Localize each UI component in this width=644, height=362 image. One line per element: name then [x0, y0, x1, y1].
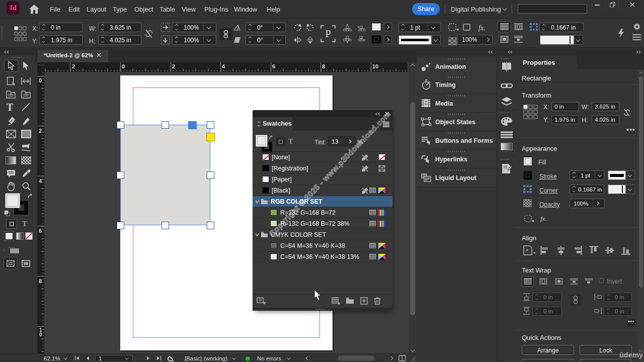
- svg-text:P: P: [325, 28, 331, 39]
